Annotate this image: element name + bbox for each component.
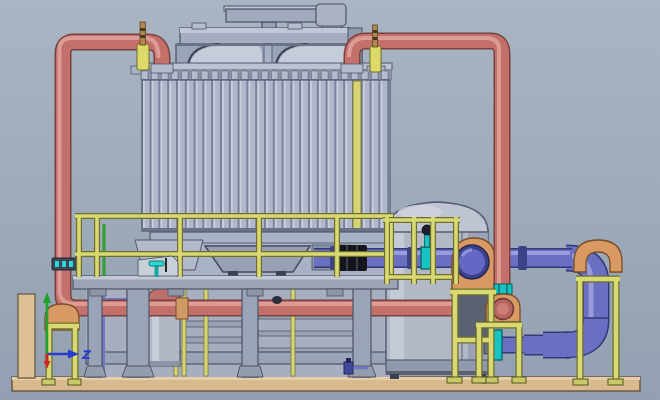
cad-3d-viewport[interactable]: Z [0, 0, 660, 400]
flexible-coupling [337, 245, 367, 271]
pipe-flange [518, 246, 527, 270]
pipe-coupling-orange [176, 298, 188, 319]
riser-coupling-teal [494, 284, 512, 294]
base-plate[interactable] [12, 377, 640, 391]
dosing-unit[interactable] [138, 256, 178, 277]
riser-flange [52, 258, 78, 270]
tower-ladder-stripe [353, 81, 361, 230]
side-plank [18, 294, 35, 378]
pipe-clamp [272, 296, 282, 304]
